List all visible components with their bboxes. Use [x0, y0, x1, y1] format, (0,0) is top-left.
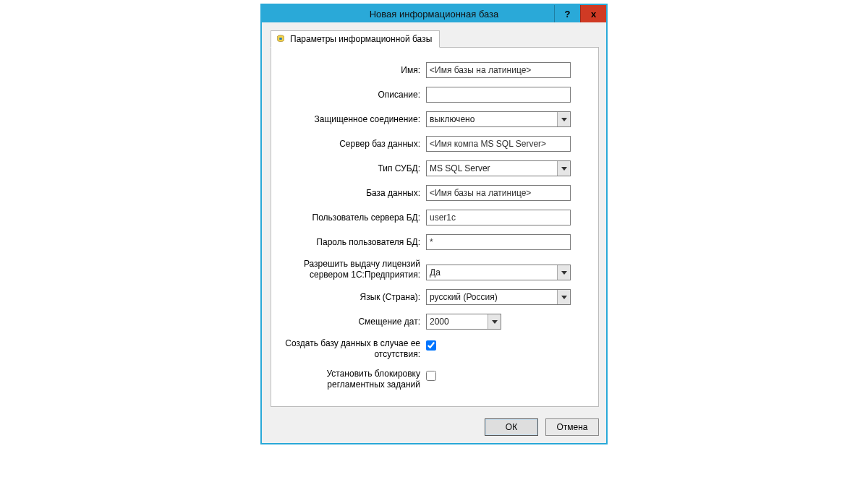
row-allow-licenses: Разрешить выдачу лицензий сервером 1С:Пр… [281, 259, 585, 280]
date-offset-value: 2000 [427, 317, 488, 327]
ok-button[interactable]: ОК [485, 418, 538, 436]
dbms-type-select[interactable]: MS SQL Server [426, 160, 571, 176]
create-if-missing-checkbox[interactable] [426, 340, 436, 351]
block-jobs-checkbox[interactable] [426, 371, 436, 381]
tab-content: Имя: Описание: Защищенное соединение: вы… [271, 47, 599, 407]
database-input[interactable] [426, 185, 571, 201]
label-block-jobs: Установить блокировку регламентных задан… [281, 369, 426, 390]
dbms-type-value: MS SQL Server [427, 163, 557, 173]
chevron-down-icon [557, 112, 570, 126]
db-server-input[interactable] [426, 136, 571, 152]
tab-strip: Параметры информационной базы [262, 22, 606, 47]
row-date-offset: Смещение дат: 2000 [281, 314, 585, 330]
name-input[interactable] [426, 62, 571, 78]
description-input[interactable] [426, 87, 571, 103]
help-button[interactable]: ? [554, 5, 580, 22]
secure-connection-select[interactable]: выключено [426, 111, 571, 127]
db-user-input[interactable] [426, 210, 571, 225]
language-value: русский (Россия) [427, 292, 557, 302]
db-password-input[interactable] [426, 234, 571, 250]
chevron-down-icon [488, 314, 501, 329]
allow-licenses-value: Да [427, 267, 557, 278]
allow-licenses-select[interactable]: Да [426, 265, 571, 280]
secure-connection-value: выключено [427, 114, 557, 124]
row-name: Имя: [281, 62, 585, 78]
label-name: Имя: [281, 65, 426, 76]
row-db-password: Пароль пользователя БД: [281, 234, 585, 250]
tab-infobase-params[interactable]: Параметры информационной базы [271, 30, 440, 48]
label-dbms-type: Тип СУБД: [281, 163, 426, 174]
chevron-down-icon [557, 265, 570, 280]
row-db-user: Пользователь сервера БД: [281, 210, 585, 225]
label-language: Язык (Страна): [281, 292, 426, 303]
label-date-offset: Смещение дат: [281, 317, 426, 327]
row-description: Описание: [281, 87, 585, 103]
titlebar-button-group: ? x [554, 5, 606, 22]
dialog-window: Новая информационная база ? x Параметры … [260, 4, 608, 444]
close-button[interactable]: x [580, 5, 606, 22]
row-create-if-missing: Создать базу данных в случае ее отсутств… [281, 338, 585, 360]
label-create-if-missing: Создать базу данных в случае ее отсутств… [281, 338, 426, 360]
tab-label: Параметры информационной базы [290, 34, 432, 44]
database-icon [276, 34, 286, 44]
label-description: Описание: [281, 90, 426, 100]
label-database: База данных: [281, 188, 426, 199]
label-db-server: Сервер баз данных: [281, 139, 426, 150]
label-db-user: Пользователь сервера БД: [281, 212, 426, 223]
label-db-password: Пароль пользователя БД: [281, 237, 426, 248]
label-secure-connection: Защищенное соединение: [281, 114, 426, 125]
row-database: База данных: [281, 185, 585, 201]
language-select[interactable]: русский (Россия) [426, 289, 571, 305]
row-db-server: Сервер баз данных: [281, 136, 585, 152]
row-secure-connection: Защищенное соединение: выключено [281, 111, 585, 127]
row-block-jobs: Установить блокировку регламентных задан… [281, 369, 585, 390]
row-language: Язык (Страна): русский (Россия) [281, 289, 585, 305]
row-dbms-type: Тип СУБД: MS SQL Server [281, 160, 585, 176]
titlebar: Новая информационная база ? x [262, 5, 606, 22]
cancel-button[interactable]: Отмена [545, 418, 599, 436]
label-allow-licenses: Разрешить выдачу лицензий сервером 1С:Пр… [281, 259, 426, 280]
chevron-down-icon [557, 290, 570, 304]
date-offset-select[interactable]: 2000 [426, 314, 501, 330]
svg-rect-1 [279, 38, 282, 40]
dialog-footer: ОК Отмена [262, 413, 606, 443]
chevron-down-icon [557, 161, 570, 176]
